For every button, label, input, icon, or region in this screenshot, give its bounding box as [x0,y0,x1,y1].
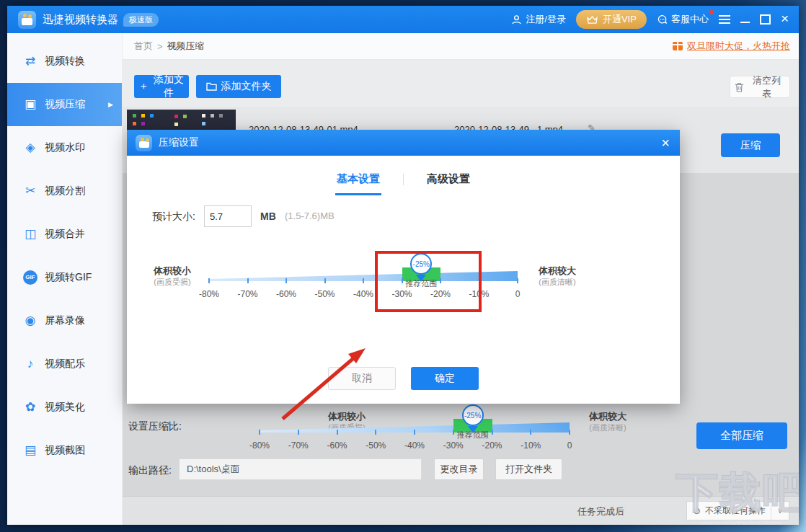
change-directory-button[interactable]: 更改目录 [434,458,484,480]
app-logo-icon [18,11,36,29]
vip-label: 开通VIP [603,13,637,26]
slider-tick [285,278,287,283]
sidebar-item-snapshot[interactable]: ▤视频截图 [7,429,122,472]
slider-tick [298,430,299,435]
sidebar-item-compress[interactable]: ▣视频压缩▶ [7,83,122,126]
toolbar: ＋添加文件 添加文件夹 清空列表 [123,60,799,107]
maximize-button[interactable] [760,14,771,25]
compress-all-button[interactable]: 全部压缩 [696,422,787,449]
customer-service-button[interactable]: 客服中心 [657,13,709,26]
ratio-label: 设置压缩比: [128,420,182,433]
promo-banner: 双旦限时大促，火热开抢 [673,40,790,53]
estimated-size-input[interactable] [204,205,252,227]
slider-tick [324,278,326,283]
customer-service-label: 客服中心 [671,13,709,26]
slider-tick [440,278,441,283]
crown-icon [586,15,598,25]
sidebar-item-screen-record[interactable]: ◉屏幕录像 [7,299,122,342]
login-label: 注册/登录 [526,13,566,26]
slider-tick-label: -40% [404,440,425,451]
chevron-right-icon: ▶ [108,101,113,108]
after-task-label: 任务完成后 [577,505,624,518]
slider-tick-label: -60% [327,440,347,451]
add-file-label: 添加文件 [153,74,185,99]
slider-marker-value: -25% [410,253,432,275]
sidebar-item-merge[interactable]: ◫视频合并 [7,213,122,256]
slider-tick-label: -40% [353,289,373,299]
tab-divider [403,174,404,185]
sidebar-item-split[interactable]: ✂视频分割 [7,169,122,213]
slider-tick-label: -30% [443,440,464,451]
titlebar: 迅捷视频转换器 极速版 注册/登录 开通VIP 客服中心 × [7,6,799,33]
sidebar-item-label: 视频水印 [45,141,85,154]
breadcrumb-current: 视频压缩 [167,40,205,53]
dialog-header: 压缩设置 × [127,130,680,156]
clear-list-button[interactable]: 清空列表 [730,76,790,98]
slider-tick-label: -30% [391,289,412,299]
no-action-icon: ⊘ [693,505,701,516]
compression-ratio-slider[interactable]: 推荐范围 -25% -80%-70%-60%-50%-40%-30%-20%-1… [209,249,518,303]
tab-advanced-settings[interactable]: 高级设置 [422,169,474,189]
video-music-icon: ♪ [23,357,37,371]
video-watermark-icon: ◈ [23,141,37,155]
video-to-gif-icon: GIF [23,270,37,285]
slider-tick-label: -10% [469,289,489,299]
sidebar-item-to-gif[interactable]: GIF视频转GIF [7,256,122,299]
slider-marker-pointer-icon [416,275,426,282]
estimated-size-label: 预计大小: [152,205,195,227]
slider-tick [517,278,518,283]
sidebar-item-label: 视频压缩 [45,98,85,111]
cancel-button[interactable]: 取消 [328,367,396,390]
add-folder-label: 添加文件夹 [221,80,272,93]
dialog-close-icon[interactable]: × [661,135,670,151]
compression-ratio-slider-main[interactable]: 推荐范围 -25% -80%-70%-60%-50%-40%-30%-20%-1… [260,400,570,454]
slider-tick [479,278,480,283]
add-file-button[interactable]: ＋添加文件 [134,75,189,98]
menu-icon[interactable] [719,15,730,24]
breadcrumb-separator: > [157,41,163,52]
login-button[interactable]: 注册/登录 [511,13,566,26]
after-task-dropdown[interactable]: ⊘ 不采取任何操作 ∨ [686,501,789,520]
sidebar-item-label: 屏幕录像 [45,314,85,327]
sidebar-item-label: 视频转GIF [45,271,92,284]
close-button[interactable]: × [781,14,789,24]
sidebar-item-label: 视频美化 [45,401,85,414]
screen-record-icon: ◉ [23,314,37,328]
slider-tick [259,430,260,435]
slider-tick-label: -80% [199,289,219,299]
slider-tick [530,430,531,435]
add-folder-button[interactable]: 添加文件夹 [196,75,281,98]
breadcrumb: 首页 > 视频压缩 双旦限时大促，火热开抢 [123,33,799,60]
slider-tick-label: 0 [515,289,521,299]
slider-tick [208,278,210,283]
sidebar: ⇄视频转换▣视频压缩▶◈视频水印✂视频分割◫视频合并GIF视频转GIF◉屏幕录像… [7,33,123,525]
clear-list-label: 清空列表 [748,74,785,100]
video-compress-icon: ▣ [23,97,37,112]
slider-tick [247,278,249,283]
dialog-tabs: 基本设置 高级设置 [127,169,680,189]
promo-link[interactable]: 双旦限时大促，火热开抢 [687,40,790,53]
minimize-button[interactable] [740,22,750,23]
output-path-input[interactable] [179,458,422,480]
sidebar-item-convert[interactable]: ⇄视频转换 [7,40,122,83]
vip-button[interactable]: 开通VIP [576,10,647,29]
slider-tick-label: -70% [288,440,309,451]
slider-tick-label: -70% [237,289,257,299]
after-task-selected: 不采取任何操作 [705,505,766,517]
slider-tick-label: -50% [366,440,386,451]
video-split-icon: ✂ [23,184,37,198]
slider-tick [375,430,376,435]
tab-basic-settings[interactable]: 基本设置 [332,169,384,189]
sidebar-item-music[interactable]: ♪视频配乐 [7,342,122,386]
slider-tick [569,430,570,435]
compress-row-button[interactable]: 压缩 [721,133,780,157]
slider-tick [337,430,338,435]
slider-tick [492,430,493,435]
slider-tick-label: -50% [314,289,335,299]
confirm-button[interactable]: 确定 [411,367,479,390]
sidebar-item-watermark[interactable]: ◈视频水印 [7,126,122,169]
sidebar-item-beautify[interactable]: ✿视频美化 [7,386,122,429]
breadcrumb-home[interactable]: 首页 [134,40,153,53]
open-folder-button[interactable]: 打开文件夹 [495,458,562,480]
dialog-title: 压缩设置 [159,136,199,149]
